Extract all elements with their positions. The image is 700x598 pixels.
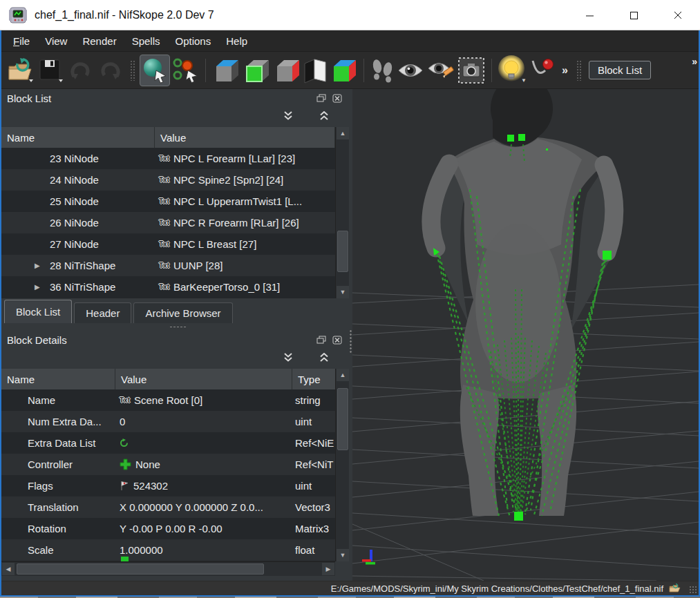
- field-type: string: [292, 394, 335, 406]
- block-name: 36 NiTriShape: [50, 281, 115, 293]
- tab-archive-browser[interactable]: Archive Browser: [133, 302, 232, 323]
- open-icon: [5, 57, 34, 84]
- vertex-color-icon: [171, 57, 199, 84]
- menu-file[interactable]: File: [6, 32, 37, 50]
- scroll-up-icon[interactable]: ▲: [337, 127, 349, 139]
- table-row[interactable]: 25 NiNode TxtNPC L UpperarmTwist1 [L...: [1, 191, 349, 212]
- table-row[interactable]: Rotation Y -0.00 P 0.00 R -0.00 Matrix3: [1, 518, 349, 539]
- edit-mode-button[interactable]: [426, 55, 456, 86]
- txt-icon: Txt: [159, 197, 169, 205]
- tab-block-list[interactable]: Block List: [4, 300, 72, 323]
- menu-render[interactable]: Render: [75, 32, 124, 50]
- save-button[interactable]: [35, 55, 65, 86]
- app-icon: [8, 6, 28, 25]
- eye-icon: [397, 60, 424, 81]
- textures-toggle[interactable]: [328, 55, 359, 86]
- close-panel-icon[interactable]: [331, 335, 343, 345]
- collapse-all-icon[interactable]: [319, 111, 330, 124]
- table-row[interactable]: 23 NiNode TxtNPC L Forearm [LLar] [23]: [1, 148, 349, 169]
- table-row[interactable]: Name TxtScene Root [0] string: [1, 389, 349, 411]
- menu-view[interactable]: View: [37, 32, 75, 50]
- block-list-vscrollbar[interactable]: ▲ ▼: [335, 127, 349, 298]
- lighting-dropdown-caret[interactable]: ▼: [521, 77, 527, 84]
- table-row[interactable]: Extra Data List Ref<NiE: [1, 432, 349, 454]
- field-type: uint: [292, 416, 335, 427]
- blocklist-toolbar-handle[interactable]: [576, 60, 582, 81]
- table-row[interactable]: Num Extra Da... 0 uint: [1, 411, 349, 432]
- menu-spells[interactable]: Spells: [124, 32, 168, 50]
- toolbar-overflow-chevron[interactable]: »: [558, 64, 572, 77]
- field-type: Vector3: [292, 501, 335, 513]
- scroll-up-icon[interactable]: ▲: [337, 369, 349, 381]
- view-mode-button[interactable]: [395, 55, 426, 86]
- details-col-value[interactable]: Value: [115, 369, 292, 389]
- float-panel-icon[interactable]: [315, 93, 328, 104]
- minimize-button[interactable]: [567, 0, 612, 30]
- tab-header[interactable]: Header: [74, 302, 131, 323]
- scroll-right-icon[interactable]: ▶: [322, 563, 334, 575]
- table-row[interactable]: 24 NiNode TxtNPC Spine2 [Spn2] [24]: [1, 169, 349, 191]
- block-list-col-value[interactable]: Value: [155, 127, 335, 148]
- normals-toggle[interactable]: [527, 55, 558, 86]
- redo-button[interactable]: [95, 55, 126, 86]
- block-details-hscrollbar[interactable]: ◀ ▶: [1, 561, 335, 576]
- vertex-selection-toggle[interactable]: [140, 55, 170, 86]
- vertex-colors-toggle[interactable]: [170, 55, 200, 86]
- block-list-panel-titlebar[interactable]: Block List: [1, 89, 349, 107]
- close-panel-icon[interactable]: [331, 93, 343, 104]
- table-row[interactable]: ▶36 NiTriShape TxtBarKeeperTorso_0 [31]: [1, 276, 349, 298]
- double-sided-toggle[interactable]: [302, 55, 328, 86]
- details-col-name[interactable]: Name: [1, 369, 115, 389]
- table-row[interactable]: Controller None Ref<NiT: [1, 454, 349, 475]
- collapse-all-icon[interactable]: [319, 353, 330, 365]
- menu-help[interactable]: Help: [218, 32, 255, 50]
- table-row[interactable]: 26 NiNode TxtNPC R Forearm [RLar] [26]: [1, 212, 349, 233]
- table-row[interactable]: Scale 1.000000 float: [1, 539, 349, 561]
- toolbar-drag-handle[interactable]: [130, 60, 135, 81]
- expand-arrow[interactable]: ▶: [35, 283, 40, 291]
- titlebar[interactable]: chef_1_final.nif - NifSkope 2.0 Dev 7: [0, 0, 700, 30]
- maximize-button[interactable]: [612, 0, 656, 30]
- field-value: 1.000000: [120, 544, 163, 556]
- block-details-vscrollbar[interactable]: ▲ ▼: [335, 369, 349, 561]
- toolbar: ▼ » Block List »: [1, 52, 699, 89]
- undo-icon: [67, 57, 93, 84]
- block-details-table[interactable]: Name Value Type Name TxtScene Root [0] s…: [1, 369, 349, 561]
- scroll-down-icon[interactable]: ▼: [337, 549, 349, 561]
- expand-all-icon[interactable]: [283, 353, 294, 365]
- eye-edit-icon: [427, 59, 455, 81]
- table-row[interactable]: Translation X 0.000000 Y 0.000000 Z 0.0.…: [1, 496, 349, 518]
- details-col-type[interactable]: Type: [292, 369, 335, 389]
- row-marker: [121, 557, 129, 561]
- show-axes-toggle[interactable]: [211, 55, 241, 86]
- show-hidden-toggle[interactable]: [272, 55, 302, 86]
- block-list-table[interactable]: Name Value 23 NiNode TxtNPC L Forearm [L…: [1, 127, 349, 298]
- table-row[interactable]: 27 NiNode TxtNPC L Breast [27]: [1, 233, 349, 255]
- float-panel-icon[interactable]: [315, 335, 328, 345]
- undo-button[interactable]: [65, 55, 95, 86]
- table-row[interactable]: Flags 524302 uint: [1, 475, 349, 496]
- resize-grip[interactable]: [689, 586, 697, 594]
- expand-all-icon[interactable]: [283, 111, 294, 124]
- scroll-left-icon[interactable]: ◀: [2, 563, 15, 575]
- table-row[interactable]: ▶28 NiTriShape TxtUUNP [28]: [1, 255, 349, 276]
- lighting-toggle[interactable]: ▼: [497, 55, 527, 86]
- close-button[interactable]: [656, 0, 700, 30]
- block-list-col-name[interactable]: Name: [1, 127, 155, 148]
- toolbar-block-list-button[interactable]: Block List: [589, 61, 651, 79]
- field-type: Matrix3: [292, 523, 335, 534]
- animation-toggle[interactable]: [369, 55, 395, 86]
- render-viewport[interactable]: [352, 89, 699, 581]
- toolbar-right-chevron[interactable]: »: [692, 56, 697, 67]
- scroll-down-icon[interactable]: ▼: [337, 286, 349, 298]
- block-details-panel-titlebar[interactable]: Block Details: [1, 331, 349, 349]
- open-button[interactable]: [4, 55, 35, 86]
- show-nodes-toggle[interactable]: [241, 55, 272, 86]
- open-file-icon[interactable]: [669, 583, 681, 593]
- screenshot-button[interactable]: [456, 55, 486, 86]
- field-name: Name: [1, 394, 115, 406]
- dock-splitter[interactable]: [1, 323, 349, 331]
- menu-options[interactable]: Options: [168, 32, 219, 50]
- expand-arrow[interactable]: ▶: [35, 262, 40, 269]
- txt-icon: Txt: [159, 219, 169, 226]
